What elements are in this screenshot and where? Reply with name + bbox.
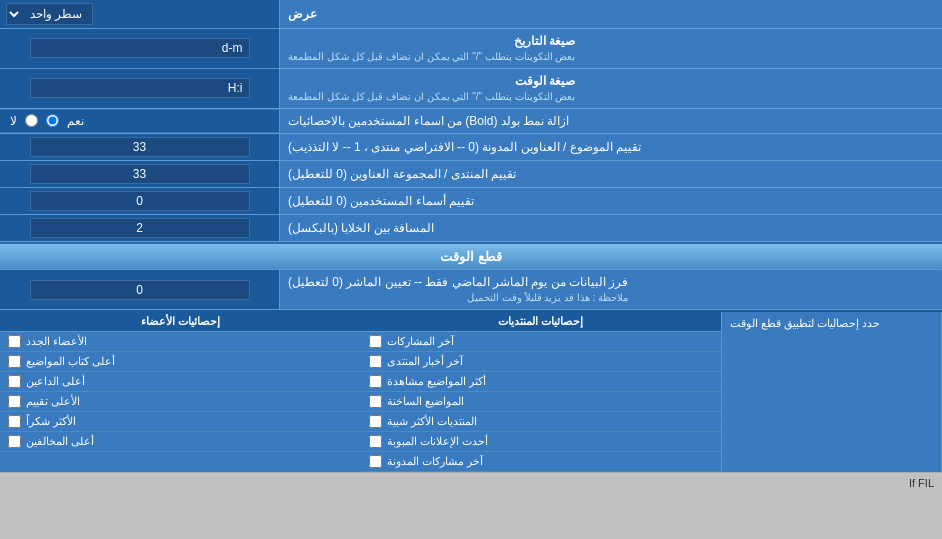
stats-section: حدد إحصاليات لتطبيق قطع الوقت إحصائيات ا… [0, 310, 942, 472]
display-select[interactable]: سطر واحد [6, 3, 93, 25]
topics-order-row: تقييم الموضوع / العناوين المدونة (0 -- ا… [0, 134, 942, 161]
forum-stat-label-6: أحدث الإعلانات المبوبة [387, 435, 488, 448]
footer-row: If FIL [0, 472, 942, 493]
forum-order-input[interactable] [30, 164, 250, 184]
member-stat-item-1: الأعضاء الجدد [0, 332, 361, 352]
forum-order-label: تقييم المنتدى / المجموعة العناوين (0 للت… [280, 161, 942, 187]
radio-yes-label: نعم [67, 114, 84, 128]
radio-no[interactable] [25, 114, 38, 127]
topics-order-input-container [0, 134, 280, 160]
member-stat-check-2[interactable] [8, 355, 21, 368]
date-format-input[interactable] [30, 38, 250, 58]
forum-stat-label-3: أكثر المواضيع مشاهدة [387, 375, 486, 388]
users-order-input[interactable] [30, 191, 250, 211]
forum-stat-check-4[interactable] [369, 395, 382, 408]
forum-stat-check-3[interactable] [369, 375, 382, 388]
topics-order-label: تقييم الموضوع / العناوين المدونة (0 -- ا… [280, 134, 942, 160]
forum-stats-header: إحصائيات المنتديات [361, 312, 722, 332]
member-stat-check-3[interactable] [8, 375, 21, 388]
forum-stat-item-5: المنتديات الأكثر شبية [361, 412, 722, 432]
date-format-row: صيغة التاريخ بعض التكوينات يتطلب "/" الت… [0, 29, 942, 69]
member-stat-check-4[interactable] [8, 395, 21, 408]
member-stat-label-2: أعلى كتاب المواضيع [26, 355, 115, 368]
remove-bold-label: ازالة نمط بولد (Bold) من اسماء المستخدمي… [280, 109, 942, 134]
member-stat-label-3: أعلى الداعين [26, 375, 85, 388]
forum-stat-item-7: آخر مشاركات المدونة [361, 452, 722, 472]
forum-order-row: تقييم المنتدى / المجموعة العناوين (0 للت… [0, 161, 942, 188]
forum-stat-item-6: أحدث الإعلانات المبوبة [361, 432, 722, 452]
topics-order-input[interactable] [30, 137, 250, 157]
display-select-container: سطر واحد [0, 0, 280, 28]
footer-text: If FIL [909, 477, 934, 489]
entry-distance-input-container [0, 215, 280, 241]
date-format-label: صيغة التاريخ بعض التكوينات يتطلب "/" الت… [280, 29, 942, 68]
member-stats-header: إحصائيات الأعضاء [0, 312, 361, 332]
member-stat-check-6[interactable] [8, 435, 21, 448]
member-stats-col: إحصائيات الأعضاء الأعضاء الجدد أعلى كتاب… [0, 312, 361, 472]
radio-no-label: لا [10, 114, 17, 128]
forum-stat-item-2: آخر أخبار المنتدى [361, 352, 722, 372]
display-row: عرض سطر واحد [0, 0, 942, 29]
member-stat-check-1[interactable] [8, 335, 21, 348]
member-stat-label-5: الأكثر شكراً [26, 415, 76, 428]
forum-stat-check-2[interactable] [369, 355, 382, 368]
member-stat-item-5: الأكثر شكراً [0, 412, 361, 432]
forum-stat-item-3: أكثر المواضيع مشاهدة [361, 372, 722, 392]
cutoff-input[interactable] [30, 280, 250, 300]
forum-stat-label-1: آخر المشاركات [387, 335, 454, 348]
users-order-label: تقييم أسماء المستخدمين (0 للتعطيل) [280, 188, 942, 214]
member-stat-label-1: الأعضاء الجدد [26, 335, 87, 348]
time-format-row: صيغة الوقت بعض التكوينات يتطلب "/" التي … [0, 69, 942, 109]
cutoff-label: فرز البيانات من يوم الماشر الماضي فقط --… [280, 270, 942, 309]
date-format-input-container [0, 29, 280, 68]
member-stat-item-4: الأعلى تقييم [0, 392, 361, 412]
forum-order-input-container [0, 161, 280, 187]
users-order-row: تقييم أسماء المستخدمين (0 للتعطيل) [0, 188, 942, 215]
member-stat-item-2: أعلى كتاب المواضيع [0, 352, 361, 372]
forum-stat-check-1[interactable] [369, 335, 382, 348]
member-stat-check-5[interactable] [8, 415, 21, 428]
member-stat-label-6: أعلى المخالفين [26, 435, 94, 448]
entry-distance-label: المسافة بين الخلايا (بالبكسل) [280, 215, 942, 241]
forum-stat-item-4: المواضيع الساخنة [361, 392, 722, 412]
time-format-label: صيغة الوقت بعض التكوينات يتطلب "/" التي … [280, 69, 942, 108]
member-stat-item-6: أعلى المخالفين [0, 432, 361, 452]
remove-bold-radio-container: لا نعم [0, 110, 280, 132]
forum-stat-label-2: آخر أخبار المنتدى [387, 355, 463, 368]
forum-stat-item-1: آخر المشاركات [361, 332, 722, 352]
time-format-input[interactable] [30, 78, 250, 98]
forum-stat-label-5: المنتديات الأكثر شبية [387, 415, 477, 428]
forum-stat-check-6[interactable] [369, 435, 382, 448]
forum-stat-check-5[interactable] [369, 415, 382, 428]
member-stat-label-4: الأعلى تقييم [26, 395, 80, 408]
cutoff-input-container [0, 270, 280, 309]
member-stat-item-3: أعلى الداعين [0, 372, 361, 392]
forum-stat-label-7: آخر مشاركات المدونة [387, 455, 483, 468]
forum-stat-check-7[interactable] [369, 455, 382, 468]
users-order-input-container [0, 188, 280, 214]
remove-bold-row: ازالة نمط بولد (Bold) من اسماء المستخدمي… [0, 109, 942, 135]
entry-distance-row: المسافة بين الخلايا (بالبكسل) [0, 215, 942, 242]
cutoff-section-header: قطع الوقت [0, 242, 942, 270]
cutoff-row: فرز البيانات من يوم الماشر الماضي فقط --… [0, 270, 942, 310]
forum-stats-col: إحصائيات المنتديات آخر المشاركات آخر أخب… [361, 312, 723, 472]
time-format-input-container [0, 69, 280, 108]
forum-stat-label-4: المواضيع الساخنة [387, 395, 464, 408]
radio-yes[interactable] [46, 114, 59, 127]
entry-distance-input[interactable] [30, 218, 250, 238]
display-label: عرض [280, 2, 942, 27]
apply-label-col: حدد إحصاليات لتطبيق قطع الوقت [722, 312, 942, 472]
